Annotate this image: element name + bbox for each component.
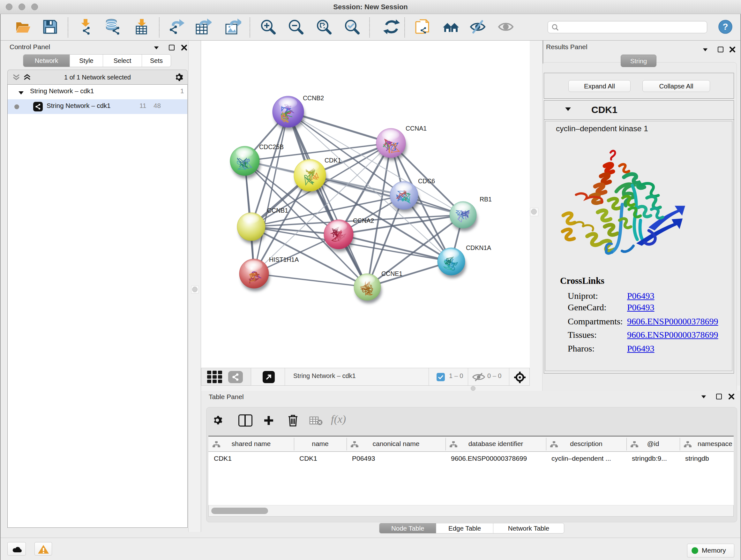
- svg-text:CDC25B: CDC25B: [259, 143, 284, 150]
- svg-text:CDK1: CDK1: [325, 157, 341, 164]
- svg-text:?: ?: [723, 22, 728, 32]
- svg-text:CCNA1: CCNA1: [406, 125, 427, 132]
- svg-text:CDC6: CDC6: [418, 178, 435, 185]
- svg-text:CCNE1: CCNE1: [381, 270, 402, 277]
- svg-text:CCNA2: CCNA2: [353, 217, 374, 224]
- svg-text:RB1: RB1: [480, 196, 492, 203]
- svg-text:CCNB2: CCNB2: [303, 95, 324, 102]
- svg-text:HIST1H1A: HIST1H1A: [269, 256, 299, 263]
- svg-text:CDKN1A: CDKN1A: [466, 244, 491, 251]
- svg-text:CCNB1: CCNB1: [267, 207, 288, 214]
